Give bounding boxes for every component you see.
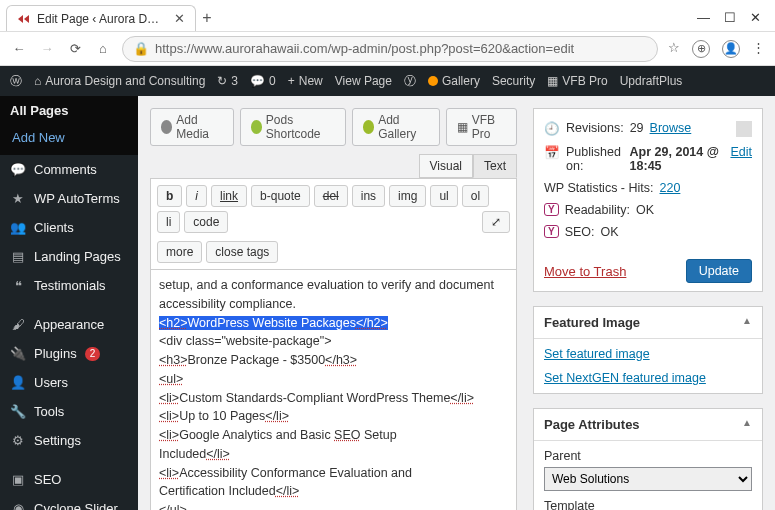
browse-revisions-link[interactable]: Browse	[650, 121, 692, 135]
orange-dot-icon	[428, 76, 438, 86]
tab-text[interactable]: Text	[473, 154, 517, 178]
set-featured-image-link[interactable]: Set featured image	[544, 347, 650, 361]
new-tab-button[interactable]: +	[196, 5, 218, 31]
pods-shortcode-button[interactable]: Pods Shortcode	[240, 108, 346, 146]
edit-date-link[interactable]: Edit	[730, 145, 752, 159]
extension-icon[interactable]: ⊕	[692, 40, 710, 58]
plus-icon: +	[288, 74, 295, 88]
wp-logo-icon[interactable]: ⓦ	[10, 73, 22, 90]
yoast-icon: Y	[544, 225, 559, 238]
add-media-button[interactable]: Add Media	[150, 108, 234, 146]
qt-ol[interactable]: ol	[462, 185, 489, 207]
adminbar-yoast-icon[interactable]: ⓨ	[404, 73, 416, 90]
tab-title: Edit Page ‹ Aurora Design and C…	[37, 12, 164, 26]
published-row: 📅 Published on: Apr 29, 2014 @ 18:45 Edi…	[544, 141, 752, 177]
qt-fullscreen[interactable]: ⤢	[482, 211, 510, 233]
sidebar-appearance[interactable]: 🖌Appearance	[0, 310, 138, 339]
url-text: https://www.aurorahawaii.com/wp-admin/po…	[155, 41, 574, 56]
sidebar-clients[interactable]: 👥Clients	[0, 213, 138, 242]
sidebar-landing[interactable]: ▤Landing Pages	[0, 242, 138, 271]
window-maximize-icon[interactable]: ☐	[724, 10, 736, 25]
move-to-trash-link[interactable]: Move to Trash	[544, 264, 626, 279]
add-gallery-button[interactable]: Add Gallery	[352, 108, 440, 146]
publish-box: 🕘 Revisions: 29 Browse 📅 Published on: A…	[533, 108, 763, 292]
update-button[interactable]: Update	[686, 259, 752, 283]
qt-bquote[interactable]: b-quote	[251, 185, 310, 207]
qt-li[interactable]: li	[157, 211, 180, 233]
sidebar-plugins[interactable]: 🔌Plugins2	[0, 339, 138, 368]
tab-close-icon[interactable]: ✕	[174, 11, 185, 26]
lock-icon: 🔒	[133, 41, 149, 56]
adminbar-updates[interactable]: ↻3	[217, 74, 238, 88]
sidebar-comments[interactable]: 💬Comments	[0, 155, 138, 184]
sidebar-all-pages[interactable]: All Pages	[0, 96, 138, 125]
code-editor[interactable]: setup, and a conformance evaluation to v…	[150, 269, 517, 510]
url-bar[interactable]: 🔒 https://www.aurorahawaii.com/wp-admin/…	[122, 36, 658, 62]
adminbar-gallery[interactable]: Gallery	[428, 74, 480, 88]
home-icon[interactable]: ⌂	[94, 41, 112, 56]
qt-ins[interactable]: ins	[352, 185, 385, 207]
adminbar-site-link[interactable]: ⌂Aurora Design and Consulting	[34, 74, 205, 88]
meta-column: 🕘 Revisions: 29 Browse 📅 Published on: A…	[533, 108, 763, 510]
sidebar-autoterms[interactable]: ★WP AutoTerms	[0, 184, 138, 213]
profile-icon[interactable]: 👤	[722, 40, 740, 58]
browser-tab[interactable]: Edit Page ‹ Aurora Design and C… ✕	[6, 5, 196, 31]
window-controls: — ☐ ✕	[683, 10, 775, 31]
tab-visual[interactable]: Visual	[419, 154, 473, 178]
window-close-icon[interactable]: ✕	[750, 10, 761, 25]
qt-b[interactable]: b	[157, 185, 182, 207]
window-minimize-icon[interactable]: —	[697, 10, 710, 25]
collapse-icon[interactable]: ▲	[742, 315, 752, 330]
media-buttons-row: Add Media Pods Shortcode Add Gallery ▦VF…	[150, 108, 517, 146]
adminbar-vfb[interactable]: ▦ VFB Pro	[547, 74, 607, 88]
sidebar-testimonials[interactable]: ❝Testimonials	[0, 271, 138, 300]
calendar-icon: 📅	[544, 145, 560, 160]
sidebar-tools[interactable]: 🔧Tools	[0, 397, 138, 426]
stats-row: WP Statistics - Hits: 220	[544, 177, 752, 199]
adminbar-updraft[interactable]: UpdraftPlus	[620, 74, 683, 88]
sidebar-seo[interactable]: ▣SEO	[0, 465, 138, 494]
clock-icon: 🕘	[544, 121, 560, 136]
qt-ul[interactable]: ul	[430, 185, 457, 207]
gear-icon: ⚙	[10, 433, 26, 448]
vfb-pro-button[interactable]: ▦VFB Pro	[446, 108, 517, 146]
sidebar-users[interactable]: 👤Users	[0, 368, 138, 397]
qt-img[interactable]: img	[389, 185, 426, 207]
comment-icon: 💬	[250, 74, 265, 88]
adminbar-viewpage[interactable]: View Page	[335, 74, 392, 88]
sidebar-settings[interactable]: ⚙Settings	[0, 426, 138, 455]
qt-link[interactable]: link	[211, 185, 247, 207]
stats-hits-link[interactable]: 220	[660, 181, 681, 195]
qt-close-tags[interactable]: close tags	[206, 241, 278, 263]
parent-select[interactable]: Web Solutions	[544, 467, 752, 491]
wrench-icon: 🔧	[10, 404, 26, 419]
qt-more[interactable]: more	[157, 241, 202, 263]
sidebar-cyclone[interactable]: ◉Cyclone Slider	[0, 494, 138, 510]
tab-favicon	[17, 12, 31, 26]
user-icon: 👥	[10, 220, 26, 235]
adminbar-new[interactable]: +New	[288, 74, 323, 88]
seo-icon: ▣	[10, 472, 26, 487]
nav-back-icon[interactable]: ←	[10, 41, 28, 56]
set-nextgen-featured-link[interactable]: Set NextGEN featured image	[544, 371, 706, 385]
brush-icon: 🖌	[10, 317, 26, 332]
collapse-icon[interactable]: ▲	[742, 417, 752, 432]
qt-code[interactable]: code	[184, 211, 228, 233]
pods-icon	[251, 120, 262, 134]
star-icon[interactable]: ☆	[668, 40, 680, 58]
browser-right-icons: ☆ ⊕ 👤 ⋮	[668, 40, 765, 58]
kebab-menu-icon[interactable]: ⋮	[752, 40, 765, 58]
star-icon: ★	[10, 191, 26, 206]
form-icon: ▦	[457, 120, 468, 134]
featured-image-box: Featured Image▲ Set featured image Set N…	[533, 306, 763, 394]
sidebar-add-new[interactable]: Add New	[0, 125, 138, 155]
browser-window-bar: Edit Page ‹ Aurora Design and C… ✕ + — ☐…	[0, 0, 775, 32]
adminbar-comments[interactable]: 💬0	[250, 74, 276, 88]
qt-del[interactable]: del	[314, 185, 348, 207]
adminbar-security[interactable]: Security	[492, 74, 535, 88]
main-area: All Pages Add New 💬Comments ★WP AutoTerm…	[0, 96, 775, 510]
reload-icon[interactable]: ⟳	[66, 41, 84, 56]
qt-i[interactable]: i	[186, 185, 207, 207]
wp-admin-bar: ⓦ ⌂Aurora Design and Consulting ↻3 💬0 +N…	[0, 66, 775, 96]
page-attributes-box: Page Attributes▲ Parent Web Solutions Te…	[533, 408, 763, 510]
